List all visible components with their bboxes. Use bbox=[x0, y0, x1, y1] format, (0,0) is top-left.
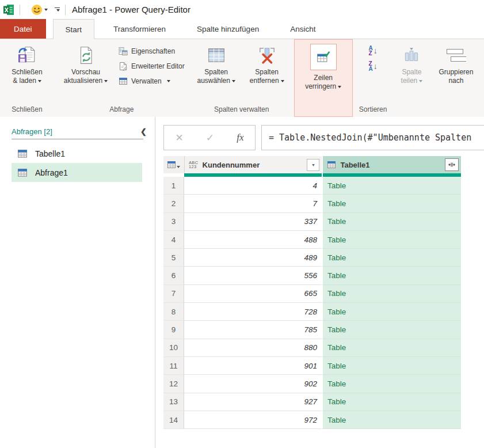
column-name: Tabelle1 bbox=[340, 161, 445, 169]
sidebar-item-abfrage1[interactable]: Abfrage1 bbox=[12, 163, 142, 182]
content-area: Abfragen [2] ❮ Tabelle1 Abfrage1 ✕ ✓ fx … bbox=[0, 117, 484, 448]
refresh-preview-label-1: Vorschau bbox=[71, 68, 100, 77]
grid-header-row: ABC 123 Kundennummer ▼ Tabelle1 bbox=[163, 156, 461, 173]
close-and-load-label-2: & laden bbox=[13, 77, 36, 85]
table-link-cell[interactable]: Table bbox=[322, 267, 461, 284]
table-link-cell[interactable]: Table bbox=[322, 285, 461, 303]
row-number[interactable]: 9 bbox=[163, 321, 184, 339]
ribbon-group-abfrage: Vorschau aktualisieren Eigenschaften Erw… bbox=[54, 39, 189, 117]
row-number[interactable]: 13 bbox=[163, 393, 184, 411]
table-link-cell[interactable]: Table bbox=[322, 177, 461, 195]
row-number[interactable]: 11 bbox=[163, 357, 184, 375]
properties-button[interactable]: Eigenschaften bbox=[116, 44, 188, 59]
row-number[interactable]: 7 bbox=[163, 285, 184, 303]
smiley-icon bbox=[31, 4, 43, 16]
table-link-cell[interactable]: Table bbox=[322, 393, 461, 411]
sidebar-item-tabelle1[interactable]: Tabelle1 bbox=[12, 144, 142, 163]
kundennummer-cell[interactable]: 7 bbox=[184, 195, 322, 212]
table-link-cell[interactable]: Table bbox=[322, 249, 461, 267]
advanced-editor-icon bbox=[119, 62, 128, 71]
filter-dropdown-button[interactable]: ▼ bbox=[307, 159, 319, 171]
customize-toolbar-icon bbox=[55, 7, 60, 8]
queries-pane-rule bbox=[12, 139, 143, 139]
group-label-spalten-verwalten: Spalten verwalten bbox=[191, 105, 292, 117]
table-link-cell[interactable]: Table bbox=[322, 213, 461, 231]
kundennummer-cell[interactable]: 901 bbox=[184, 357, 322, 375]
table-row: 12902Table bbox=[163, 375, 461, 393]
row-number[interactable]: 4 bbox=[163, 231, 184, 249]
expand-column-button[interactable] bbox=[445, 158, 459, 171]
reduce-rows-button[interactable]: Zeilen verringern bbox=[298, 41, 349, 91]
tab-datei[interactable]: Datei bbox=[0, 19, 46, 39]
table-link-cell[interactable]: Table bbox=[322, 375, 461, 393]
split-column-button[interactable]: Spalte teilen bbox=[395, 41, 428, 85]
kundennummer-cell[interactable]: 927 bbox=[184, 393, 322, 411]
table-icon bbox=[17, 149, 28, 159]
kundennummer-cell[interactable]: 337 bbox=[184, 213, 322, 231]
table-link-cell[interactable]: Table bbox=[322, 411, 461, 429]
kundennummer-cell[interactable]: 972 bbox=[184, 411, 322, 429]
row-number[interactable]: 1 bbox=[163, 177, 184, 195]
fx-icon[interactable]: fx bbox=[237, 132, 243, 143]
table-row: 9785Table bbox=[163, 321, 461, 339]
close-and-load-button[interactable]: Schließen & laden bbox=[2, 41, 52, 85]
row-number[interactable]: 8 bbox=[163, 303, 184, 321]
ribbon: Schließen & laden Schließen Vorschau akt… bbox=[0, 39, 484, 117]
table-link-cell[interactable]: Table bbox=[322, 321, 461, 339]
kundennummer-cell[interactable]: 785 bbox=[184, 321, 322, 339]
reduce-rows-label-1: Zeilen bbox=[314, 74, 333, 82]
column-header-kundennummer[interactable]: ABC 123 Kundennummer ▼ bbox=[185, 156, 322, 173]
commit-icon[interactable]: ✓ bbox=[206, 133, 214, 143]
kundennummer-cell[interactable]: 488 bbox=[184, 231, 322, 249]
kundennummer-cell[interactable]: 4 bbox=[184, 177, 322, 195]
tab-start[interactable]: Start bbox=[53, 19, 95, 39]
kundennummer-cell[interactable]: 489 bbox=[184, 249, 322, 267]
column-header-tabelle1[interactable]: Tabelle1 bbox=[322, 156, 461, 173]
row-number[interactable]: 5 bbox=[163, 249, 184, 267]
select-all-button[interactable] bbox=[163, 156, 185, 173]
formula-input[interactable]: = Table.NestedJoin(#"Umbenannte Spalten bbox=[261, 125, 484, 150]
kundennummer-cell[interactable]: 880 bbox=[184, 339, 322, 357]
sort-descending-button[interactable]: Z A ↓ bbox=[363, 58, 383, 74]
kundennummer-cell[interactable]: 902 bbox=[184, 375, 322, 393]
cancel-icon[interactable]: ✕ bbox=[176, 133, 184, 143]
row-number[interactable]: 2 bbox=[163, 195, 184, 212]
kundennummer-cell[interactable]: 665 bbox=[184, 285, 322, 303]
remove-columns-button[interactable]: Spalten entfernen bbox=[242, 41, 292, 85]
collapse-pane-icon[interactable]: ❮ bbox=[140, 127, 147, 136]
tab-transformieren[interactable]: Transformieren bbox=[101, 19, 178, 39]
row-number[interactable]: 14 bbox=[163, 411, 184, 429]
kundennummer-cell[interactable]: 556 bbox=[184, 267, 322, 284]
advanced-editor-button[interactable]: Erweiterter Editor bbox=[116, 59, 188, 74]
chevron-down-icon bbox=[104, 80, 108, 82]
reduce-rows-icon bbox=[310, 44, 337, 70]
customize-toolbar-button[interactable] bbox=[55, 7, 60, 12]
group-label-schliessen: Schließen bbox=[2, 105, 52, 117]
table-link-cell[interactable]: Table bbox=[322, 303, 461, 321]
table-icon bbox=[17, 168, 28, 178]
formula-buttons: ✕ ✓ fx bbox=[163, 125, 256, 150]
chevron-down-icon bbox=[281, 80, 284, 82]
table-row: 11901Table bbox=[163, 357, 461, 375]
row-number[interactable]: 10 bbox=[163, 339, 184, 357]
table-link-cell[interactable]: Table bbox=[322, 231, 461, 249]
row-number[interactable]: 3 bbox=[163, 213, 184, 231]
table-link-cell[interactable]: Table bbox=[322, 339, 461, 357]
row-number[interactable]: 12 bbox=[163, 375, 184, 393]
table-link-cell[interactable]: Table bbox=[322, 357, 461, 375]
sort-ascending-button[interactable]: A Z ↓ bbox=[363, 43, 383, 58]
row-number[interactable]: 6 bbox=[163, 267, 184, 284]
refresh-preview-button[interactable]: Vorschau aktualisieren bbox=[56, 41, 116, 85]
kundennummer-cell[interactable]: 728 bbox=[184, 303, 322, 321]
table-row: 5489Table bbox=[163, 249, 461, 267]
expand-icon bbox=[447, 160, 456, 169]
manage-button[interactable]: Verwalten bbox=[116, 74, 188, 89]
tab-spalte-hinzufuegen[interactable]: Spalte hinzufügen bbox=[185, 19, 271, 39]
tab-ansicht[interactable]: Ansicht bbox=[278, 19, 327, 39]
titlebar-separator bbox=[65, 5, 66, 15]
smiley-feedback-button[interactable] bbox=[31, 4, 48, 16]
choose-columns-button[interactable]: Spalten auswählen bbox=[191, 41, 242, 85]
chevron-down-icon bbox=[419, 80, 422, 82]
group-by-button[interactable]: Gruppieren nach bbox=[428, 41, 483, 85]
table-link-cell[interactable]: Table bbox=[322, 195, 461, 212]
